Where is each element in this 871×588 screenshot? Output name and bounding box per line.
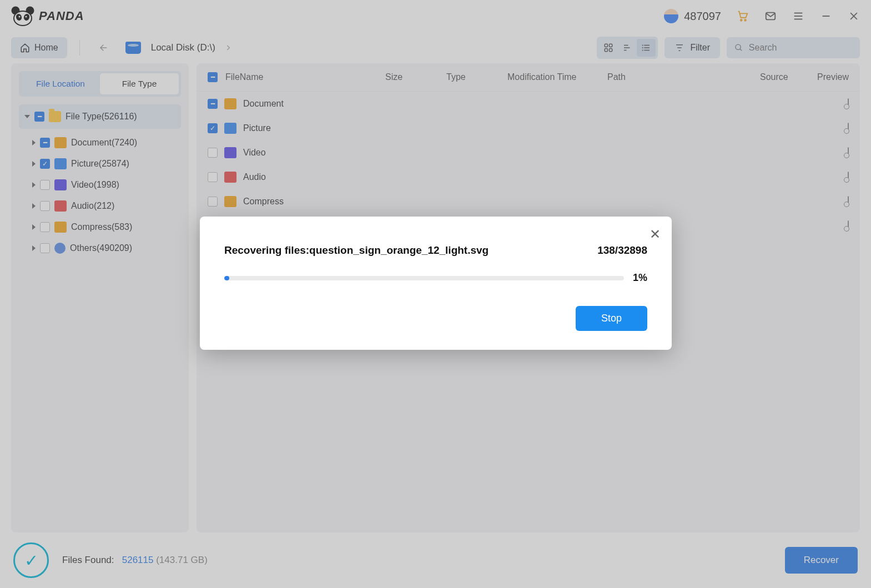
progress-bar (224, 276, 624, 280)
modal-title: Recovering files:question_sign_orange_12… (224, 244, 489, 257)
progress-percent: 1% (633, 272, 647, 284)
recovery-progress-modal: ✕ Recovering files:question_sign_orange_… (200, 217, 672, 350)
modal-counter: 138/32898 (597, 244, 647, 257)
modal-close-button[interactable]: ✕ (650, 227, 661, 242)
progress-fill (224, 276, 229, 280)
stop-button[interactable]: Stop (576, 306, 647, 331)
